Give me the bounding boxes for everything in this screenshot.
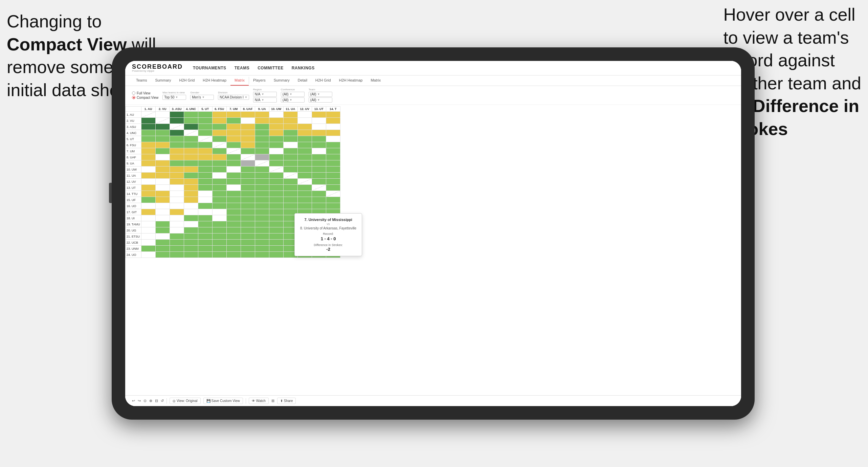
matrix-cell[interactable] (170, 240, 184, 246)
matrix-cell[interactable] (283, 136, 297, 142)
matrix-cell[interactable] (141, 148, 155, 154)
matrix-cell[interactable] (170, 234, 184, 240)
matrix-cell[interactable] (212, 203, 226, 209)
matrix-cell[interactable] (283, 154, 297, 160)
matrix-cell[interactable] (255, 179, 269, 185)
matrix-cell[interactable] (241, 179, 255, 185)
matrix-cell[interactable] (170, 227, 184, 234)
matrix-cell[interactable] (312, 136, 326, 142)
matrix-cell[interactable] (155, 154, 170, 160)
matrix-cell[interactable] (141, 166, 155, 173)
matrix-cell[interactable] (212, 154, 226, 160)
matrix-cell[interactable] (255, 136, 269, 142)
matrix-cell[interactable] (269, 166, 283, 173)
matrix-cell[interactable] (269, 130, 283, 136)
matrix-cell[interactable] (269, 227, 283, 234)
full-view-option[interactable]: Full View (132, 91, 158, 95)
conference-select-1[interactable]: (All) ▼ (281, 92, 305, 97)
matrix-cell[interactable] (297, 191, 312, 197)
matrix-cell[interactable] (269, 252, 283, 258)
matrix-cell[interactable] (283, 203, 297, 209)
matrix-cell[interactable] (269, 240, 283, 246)
matrix-cell[interactable] (141, 179, 155, 185)
matrix-cell[interactable] (326, 148, 340, 154)
matrix-cell[interactable] (312, 185, 326, 191)
matrix-cell[interactable] (255, 118, 269, 124)
matrix-cell[interactable] (283, 142, 297, 148)
matrix-cell[interactable] (184, 240, 198, 246)
matrix-cell[interactable] (184, 209, 198, 215)
matrix-cell[interactable] (198, 197, 212, 203)
matrix-cell[interactable] (241, 173, 255, 179)
matrix-cell[interactable] (141, 252, 155, 258)
matrix-cell[interactable] (226, 215, 241, 221)
matrix-cell[interactable] (283, 185, 297, 191)
matrix-cell[interactable] (141, 209, 155, 215)
matrix-cell[interactable] (141, 130, 155, 136)
matrix-cell[interactable] (255, 252, 269, 258)
matrix-cell[interactable] (141, 191, 155, 197)
matrix-cell[interactable] (255, 142, 269, 148)
matrix-cell[interactable] (255, 160, 269, 166)
matrix-cell[interactable] (198, 240, 212, 246)
matrix-cell[interactable] (212, 118, 226, 124)
matrix-cell[interactable] (297, 179, 312, 185)
subnav-matrix[interactable]: Matrix (230, 75, 249, 86)
matrix-cell[interactable] (198, 179, 212, 185)
region-select-1[interactable]: N/A ▼ (253, 92, 277, 97)
matrix-cell[interactable] (170, 118, 184, 124)
matrix-cell[interactable] (241, 234, 255, 240)
matrix-cell[interactable] (269, 160, 283, 166)
matrix-cell[interactable] (226, 130, 241, 136)
matrix-cell[interactable] (226, 118, 241, 124)
redo-icon[interactable]: ↪ (138, 399, 141, 403)
matrix-cell[interactable] (326, 142, 340, 148)
view-original-button[interactable]: ◎ View: Original (170, 398, 201, 404)
matrix-cell[interactable] (312, 142, 326, 148)
matrix-cell[interactable] (312, 191, 326, 197)
matrix-cell[interactable] (241, 112, 255, 118)
matrix-cell[interactable] (141, 112, 155, 118)
matrix-cell[interactable] (141, 197, 155, 203)
matrix-cell[interactable] (255, 221, 269, 227)
matrix-cell[interactable] (269, 173, 283, 179)
matrix-cell[interactable] (297, 142, 312, 148)
matrix-cell[interactable] (326, 154, 340, 160)
share-button[interactable]: ⬆ Share (277, 398, 296, 404)
matrix-cell[interactable] (184, 197, 198, 203)
matrix-cell[interactable] (212, 209, 226, 215)
matrix-cell[interactable] (170, 197, 184, 203)
matrix-cell[interactable] (212, 215, 226, 221)
matrix-cell[interactable] (312, 148, 326, 154)
matrix-cell[interactable] (155, 148, 170, 154)
matrix-cell[interactable] (269, 154, 283, 160)
matrix-cell[interactable] (312, 160, 326, 166)
matrix-cell[interactable] (255, 154, 269, 160)
matrix-cell[interactable] (170, 112, 184, 118)
matrix-cell[interactable] (184, 191, 198, 197)
matrix-cell[interactable] (283, 148, 297, 154)
matrix-cell[interactable] (326, 166, 340, 173)
compact-view-radio[interactable] (132, 96, 135, 99)
matrix-cell[interactable] (326, 191, 340, 197)
matrix-cell[interactable] (155, 209, 170, 215)
matrix-cell[interactable] (170, 203, 184, 209)
matrix-cell[interactable] (170, 154, 184, 160)
matrix-cell[interactable] (255, 112, 269, 118)
matrix-cell[interactable] (241, 142, 255, 148)
matrix-cell[interactable] (212, 191, 226, 197)
matrix-cell[interactable] (312, 124, 326, 130)
matrix-cell[interactable] (312, 112, 326, 118)
matrix-cell[interactable] (212, 130, 226, 136)
matrix-cell[interactable] (241, 221, 255, 227)
matrix-cell[interactable] (184, 118, 198, 124)
matrix-cell[interactable] (155, 215, 170, 221)
matrix-cell[interactable] (226, 227, 241, 234)
matrix-cell[interactable] (184, 173, 198, 179)
matrix-cell[interactable] (184, 203, 198, 209)
matrix-cell[interactable] (170, 148, 184, 154)
matrix-cell[interactable] (155, 118, 170, 124)
matrix-cell[interactable] (184, 154, 198, 160)
matrix-cell[interactable] (297, 160, 312, 166)
matrix-cell[interactable] (155, 227, 170, 234)
